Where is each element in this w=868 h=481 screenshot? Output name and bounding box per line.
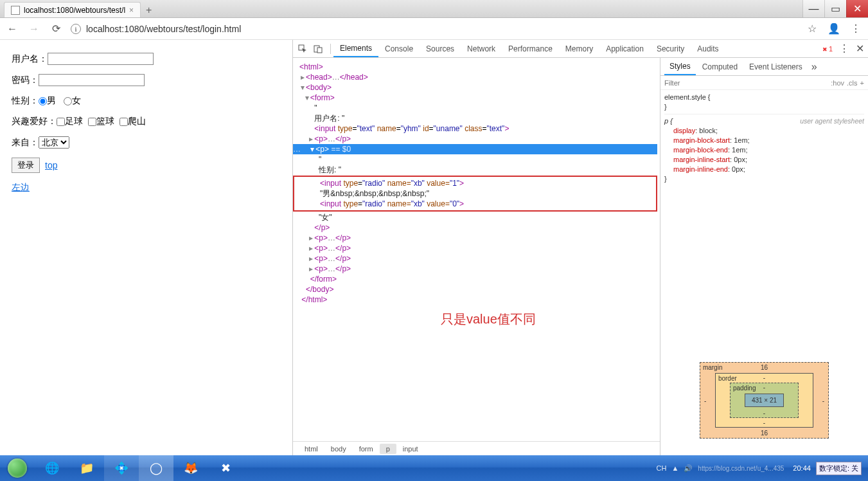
window-titlebar: localhost:1080/webtours/test/l × + — ▭ ✕ — [0, 0, 868, 18]
cls-toggle[interactable]: .cls — [847, 79, 858, 87]
from-label: 来自： — [12, 137, 39, 149]
gender-male-radio[interactable] — [39, 97, 47, 105]
gender-label: 性别： — [12, 95, 39, 107]
tab-computed[interactable]: Computed — [697, 58, 743, 75]
crumb-html[interactable]: html — [298, 444, 324, 454]
site-info-icon[interactable]: i — [71, 24, 81, 34]
hobby-climbing-checkbox[interactable] — [120, 118, 128, 126]
tab-security[interactable]: Security — [650, 40, 691, 57]
gender-male-text: 男 — [47, 95, 56, 107]
device-toolbar-icon[interactable] — [312, 43, 324, 55]
address-bar: ← → ⟳ i localhost:1080/webtours/test/log… — [0, 18, 868, 40]
browser-tab[interactable]: localhost:1080/webtours/test/l × — [4, 2, 141, 17]
new-tab-button[interactable]: + — [146, 5, 152, 16]
tab-network[interactable]: Network — [461, 40, 502, 57]
gender-female-text: 女 — [72, 95, 81, 107]
el-node[interactable]: <html> — [299, 62, 323, 71]
ime-status[interactable]: 数字锁定: 关 — [816, 462, 862, 475]
devtools-menu-icon[interactable]: ⋮ — [839, 42, 849, 55]
devtools-close-icon[interactable]: ✕ — [856, 42, 864, 55]
selected-element[interactable]: … ▾<p> == $0 — [293, 144, 657, 154]
password-input[interactable] — [39, 74, 145, 86]
css-rules[interactable]: element.style { } p {user agent styleshe… — [660, 90, 868, 345]
start-button[interactable] — [0, 455, 35, 481]
el-node[interactable]: <body> — [306, 83, 332, 92]
window-close-button[interactable]: ✕ — [846, 0, 868, 17]
top-link[interactable]: top — [45, 160, 57, 170]
box-model: margin 16 16 - - border - - padding — [660, 345, 868, 455]
el-node[interactable]: </body> — [306, 285, 333, 294]
tab-sources[interactable]: Sources — [420, 40, 461, 57]
tab-performance[interactable]: Performance — [502, 40, 559, 57]
el-node[interactable]: </form> — [310, 275, 337, 284]
password-label: 密码： — [12, 75, 39, 86]
page-icon — [11, 6, 20, 15]
hobby-label: 兴趣爱好： — [12, 116, 57, 127]
elements-tree[interactable]: <html> ▸<head>…</head> ▾<body> ▾<form> "… — [293, 58, 660, 441]
username-input[interactable] — [48, 53, 154, 65]
tab-title: localhost:1080/webtours/test/l — [24, 6, 125, 15]
taskbar-explorer-icon[interactable]: 📁 — [69, 455, 104, 481]
gender-female-radio[interactable] — [64, 97, 72, 105]
taskbar-clock[interactable]: 20:44 — [793, 464, 811, 472]
highlight-box: <input type="radio" name="xb" value="1">… — [293, 176, 657, 212]
crumb-p[interactable]: p — [380, 444, 396, 454]
styles-filter-input[interactable] — [660, 76, 827, 89]
tab-styles[interactable]: Styles — [664, 58, 696, 75]
tab-close-icon[interactable]: × — [129, 6, 134, 15]
forward-button[interactable]: → — [27, 23, 41, 35]
hov-toggle[interactable]: :hov — [831, 79, 844, 87]
crumb-form[interactable]: form — [353, 444, 380, 454]
back-button[interactable]: ← — [5, 23, 19, 35]
el-node[interactable]: </html> — [301, 295, 327, 304]
tab-console[interactable]: Console — [378, 40, 420, 57]
styles-more-icon[interactable]: » — [811, 61, 817, 73]
taskbar-ie-icon[interactable]: 🌐 — [35, 455, 69, 481]
tab-application[interactable]: Application — [599, 40, 650, 57]
tray-flag-icon[interactable]: ▲ — [671, 464, 678, 472]
el-node[interactable]: <head> — [306, 73, 332, 82]
left-link[interactable]: 左边 — [12, 182, 30, 194]
hobby-basketball-text: 篮球 — [96, 116, 114, 127]
el-text: "男&nbsp;&nbsp;&nbsp;&nbsp;" — [320, 189, 429, 198]
taskbar-firefox-icon[interactable]: 🦊 — [173, 455, 208, 481]
annotation-text: 只是value值不同 — [441, 314, 657, 324]
styles-panel: Styles Computed Event Listeners » :hov .… — [660, 58, 868, 455]
error-count-badge[interactable]: 1 — [822, 45, 833, 53]
window-minimize-button[interactable]: — — [802, 0, 824, 17]
bookmark-icon[interactable]: ☆ — [805, 23, 819, 35]
page-content: 用户名： 密码： 性别： 男 女 兴趣爱好： 足球 — [0, 40, 292, 455]
el-node[interactable]: </p> — [314, 223, 330, 232]
tab-event-listeners[interactable]: Event Listeners — [744, 58, 808, 75]
taskbar-app-icon[interactable]: ✖ — [208, 455, 243, 481]
crumb-input[interactable]: input — [396, 444, 425, 454]
inspect-element-icon[interactable] — [297, 43, 308, 55]
profile-icon[interactable]: 👤 — [827, 23, 841, 35]
from-select[interactable]: 北京 — [39, 136, 69, 149]
url-text[interactable]: localhost:1080/webtours/test/login.html — [86, 24, 241, 34]
el-text: " — [314, 104, 317, 113]
crumb-body[interactable]: body — [324, 444, 353, 454]
tab-audits[interactable]: Audits — [691, 40, 725, 57]
hobby-basketball-checkbox[interactable] — [88, 118, 96, 126]
new-rule-icon[interactable]: + — [860, 79, 864, 87]
taskbar-chrome-icon[interactable]: ◯ — [139, 455, 173, 481]
watermark: https://blog.csdn.net/u_4...435 — [698, 465, 784, 472]
el-node[interactable]: <form> — [310, 93, 335, 102]
devtools-tabbar: Elements Console Sources Network Perform… — [293, 40, 868, 58]
tab-elements[interactable]: Elements — [333, 40, 378, 57]
devtools-panel: Elements Console Sources Network Perform… — [292, 40, 868, 455]
tray-network-icon[interactable]: 🔊 — [684, 464, 693, 473]
login-button[interactable]: 登录 — [12, 158, 40, 173]
tray-lang[interactable]: CH — [657, 464, 667, 472]
box-content: 431 × 21 — [745, 394, 784, 407]
el-text: 用户名: " — [314, 114, 344, 123]
breadcrumb: html body form p input — [293, 441, 660, 455]
tab-memory[interactable]: Memory — [559, 40, 599, 57]
window-maximize-button[interactable]: ▭ — [824, 0, 846, 17]
taskbar-ide-icon[interactable]: 💠 — [104, 455, 139, 481]
hobby-football-checkbox[interactable] — [57, 118, 65, 126]
browser-menu-icon[interactable]: ⋮ — [849, 23, 863, 35]
taskbar: 🌐 📁 💠 ◯ 🦊 ✖ CH ▲ 🔊 https://blog.csdn.net… — [0, 455, 868, 481]
reload-button[interactable]: ⟳ — [49, 23, 63, 35]
